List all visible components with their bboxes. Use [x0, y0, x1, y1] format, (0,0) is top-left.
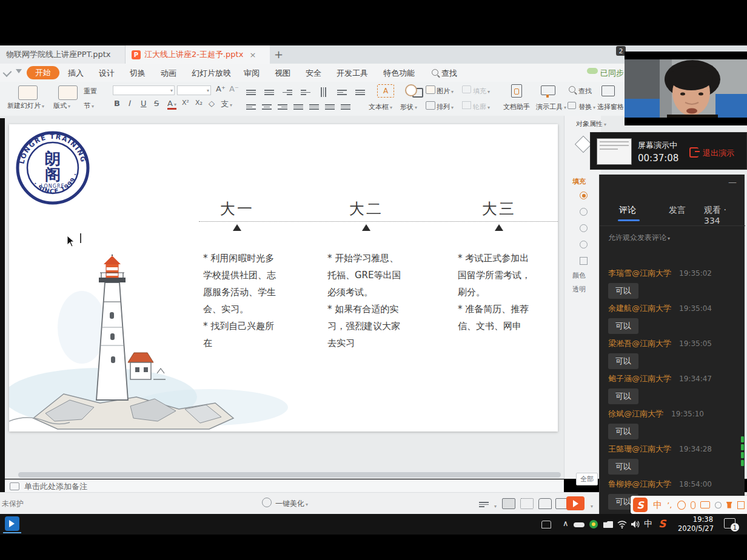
increase-para-icon[interactable]	[325, 101, 339, 113]
tab-document-1[interactable]: 物联网学院线上讲座PPT.pptx	[0, 45, 126, 64]
allow-comments-dropdown[interactable]: 允许观众发表评论	[608, 233, 670, 243]
webcam-window[interactable]	[625, 52, 747, 125]
columns-icon[interactable]	[319, 87, 333, 98]
menu-insert[interactable]: 插入	[68, 68, 84, 79]
column-3-text[interactable]: * 考试正式参加出 国留学所需考试， 刷分。 * 准备简历、推荐 信、文书、网申	[458, 250, 549, 335]
account-icon[interactable]	[715, 502, 721, 508]
menu-view[interactable]: 视图	[275, 68, 290, 79]
folder-icon[interactable]	[603, 521, 613, 528]
clear-format-button[interactable]: ◇	[209, 99, 215, 108]
menu-slideshow[interactable]: 幻灯片放映	[192, 68, 231, 79]
slide-sorter-button[interactable]	[520, 498, 534, 509]
underline-button[interactable]: U	[141, 99, 147, 108]
justify-icon[interactable]	[293, 101, 307, 113]
tab-watch-count[interactable]: 观看 · 334	[704, 205, 745, 225]
people-icon[interactable]	[541, 521, 551, 528]
taskbar-clock[interactable]: 19:38 2020/5/27	[678, 515, 713, 533]
outline-button[interactable]: 轮廓	[473, 102, 490, 112]
notes-toggle-icon[interactable]	[479, 499, 497, 510]
menu-review[interactable]: 审阅	[244, 68, 260, 79]
presenting-thumbnail[interactable]	[597, 138, 632, 165]
antivirus-icon[interactable]	[589, 520, 598, 528]
text-box-button[interactable]: 文本框	[369, 102, 392, 112]
keyboard-icon[interactable]	[700, 501, 710, 508]
speaker-icon[interactable]	[631, 520, 640, 528]
bold-button[interactable]: B	[114, 99, 120, 108]
tab-close-icon[interactable]: ×	[249, 50, 256, 59]
align-right-icon[interactable]	[278, 101, 292, 113]
tab-speak[interactable]: 发言	[669, 205, 686, 216]
search-icon[interactable]	[432, 69, 438, 76]
menu-security[interactable]: 安全	[306, 68, 321, 79]
selection-pane-button[interactable]: 选择窗格	[597, 102, 624, 112]
font-color-button[interactable]: A	[167, 99, 176, 110]
section-button[interactable]: 节	[84, 101, 94, 110]
reset-button[interactable]: 重置	[84, 87, 97, 96]
indent-increase-icon[interactable]	[301, 87, 315, 98]
arrange-button[interactable]: 排列	[437, 102, 454, 112]
play-options-icon[interactable]	[589, 499, 593, 510]
wifi-icon[interactable]	[617, 520, 627, 528]
reading-view-button[interactable]	[538, 498, 552, 509]
toolbox-icon[interactable]	[737, 501, 745, 509]
picture-button[interactable]: 图片	[437, 87, 454, 96]
skin-icon[interactable]	[726, 502, 732, 508]
menu-animation[interactable]: 动画	[161, 68, 176, 79]
object-properties-label[interactable]: 对象属性	[576, 119, 606, 128]
timeline-header-1[interactable]: 大一	[207, 199, 267, 219]
align-left-icon[interactable]	[246, 101, 260, 113]
shapes-button[interactable]: 形状	[400, 102, 417, 112]
text-direction-icon[interactable]	[337, 87, 351, 98]
strike-button[interactable]: S	[154, 99, 159, 108]
subscript-button[interactable]: X₂	[195, 99, 203, 107]
bullet-list-icon[interactable]	[246, 87, 260, 98]
number-list-icon[interactable]	[264, 87, 278, 98]
ime-tray-indicator[interactable]: 中	[644, 519, 652, 530]
replace-button[interactable]: 替换	[578, 102, 595, 112]
slideshow-play-button[interactable]	[566, 496, 585, 510]
taskbar-app-icon[interactable]	[5, 516, 19, 531]
tab-comments[interactable]: 评论	[619, 205, 636, 216]
tray-expand-icon[interactable]: ∧	[563, 519, 569, 528]
notes-bar[interactable]: 单击此处添加备注	[5, 479, 564, 493]
layout-button[interactable]: 版式	[53, 101, 70, 110]
save-icon[interactable]	[3, 68, 12, 77]
column-2-text[interactable]: * 开始学习雅思、 托福、GRE等出国 必须考试。 * 如果有合适的实 习，强烈…	[327, 250, 422, 352]
panel-minimize-icon[interactable]: —	[728, 177, 737, 187]
normal-view-button[interactable]	[502, 498, 515, 509]
menu-design[interactable]: 设计	[99, 68, 115, 79]
superscript-button[interactable]: X²	[182, 99, 189, 107]
ime-punctuation[interactable]: ’,	[667, 501, 672, 510]
line-spacing-icon[interactable]	[355, 87, 369, 98]
menu-devtools[interactable]: 开发工具	[337, 68, 368, 79]
ime-mode-chinese[interactable]: 中	[653, 499, 662, 511]
undo-icon[interactable]	[16, 69, 22, 73]
menu-home[interactable]: 开始	[27, 66, 59, 79]
indent-decrease-icon[interactable]	[283, 87, 296, 98]
fill-button[interactable]: 填充	[473, 87, 490, 96]
align-center-icon[interactable]	[262, 101, 276, 113]
emoji-icon[interactable]	[677, 501, 686, 510]
font-size-select[interactable]	[177, 85, 211, 95]
grow-font-button[interactable]: A⁺	[216, 84, 226, 93]
italic-button[interactable]: I	[128, 99, 130, 108]
shrink-font-button[interactable]: A⁻	[229, 84, 239, 93]
timeline-header-3[interactable]: 大三	[469, 199, 529, 219]
sogou-ime-bar[interactable]: S 中 ’,	[631, 496, 747, 514]
fill-radio-3[interactable]	[580, 224, 588, 232]
fill-radio-2[interactable]	[580, 208, 588, 216]
cloud-tray-icon[interactable]	[574, 522, 585, 527]
fill-radio-4[interactable]	[580, 241, 588, 248]
mic-icon[interactable]	[691, 501, 696, 509]
find-button[interactable]: 查找	[578, 87, 592, 96]
menu-transition[interactable]: 切换	[130, 68, 146, 79]
new-slide-button[interactable]: 新建幻灯片	[7, 101, 44, 110]
tab-document-2-active[interactable]: P 江大线上讲座2-王超予.pptx ×	[126, 45, 270, 64]
font-family-select[interactable]	[113, 85, 175, 95]
doc-assistant-button[interactable]: 文档助手	[503, 102, 530, 112]
fill-radio-1[interactable]	[580, 192, 588, 199]
menu-find[interactable]: 查找	[441, 68, 457, 79]
exit-presentation-button[interactable]: 退出演示	[703, 148, 734, 159]
fill-checkbox[interactable]	[580, 257, 588, 265]
horizontal-scrollbar[interactable]	[18, 472, 561, 478]
